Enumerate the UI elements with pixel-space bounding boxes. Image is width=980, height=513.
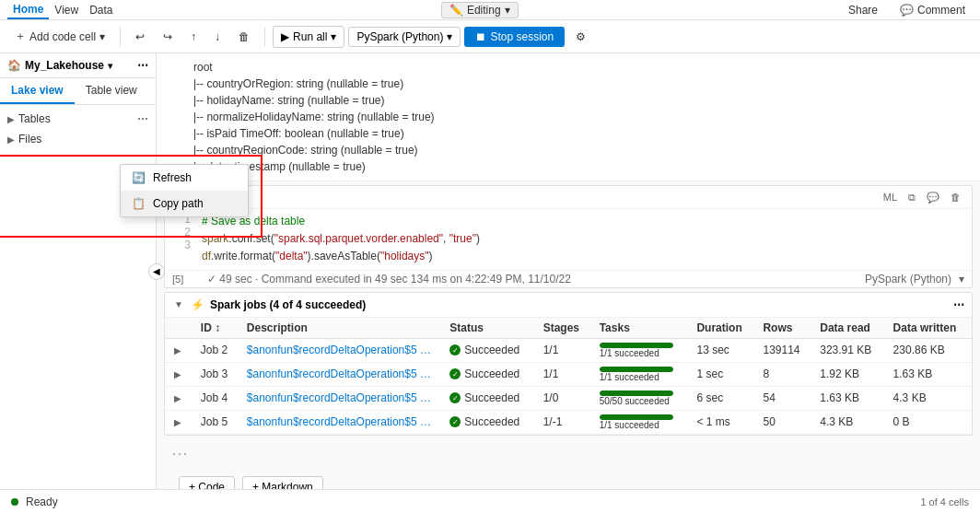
job-stages: 1/0 xyxy=(536,386,592,410)
job-status: ✓ Succeeded xyxy=(442,410,535,434)
spark-jobs-header: ▼ ⚡ Spark jobs (4 of 4 succeeded) ⋯ xyxy=(165,293,972,318)
status-dot xyxy=(11,498,18,506)
kernel-selector[interactable]: PySpark (Python) ▾ xyxy=(348,27,461,47)
job-id: Job 5 xyxy=(193,410,239,434)
code-cell-5: ▶ ▾ ML ⧉ 💬 🗑 1 2 3 # Save as delta table… xyxy=(164,185,973,288)
job-description[interactable]: $anonfun$recordDeltaOperation$5 at Synap… xyxy=(239,362,442,386)
tab-lake-view[interactable]: Lake view xyxy=(0,78,75,104)
plus-icon: ＋ xyxy=(15,29,26,44)
run-all-button[interactable]: ▶ Run all ▾ xyxy=(273,26,344,48)
line-num-2: 2 xyxy=(176,226,191,239)
lake-table-tabs: Lake view Table view xyxy=(0,78,156,105)
col-duration[interactable]: Duration xyxy=(689,318,755,339)
context-menu-refresh[interactable]: 🔄 Refresh xyxy=(121,165,248,191)
add-code-cell-button[interactable]: ＋ Add code cell ▾ xyxy=(7,25,112,48)
cell-tool-ml[interactable]: ML xyxy=(880,190,901,204)
col-data-written[interactable]: Data written xyxy=(886,318,972,339)
row-expand-btn[interactable]: ▶ xyxy=(172,345,183,356)
cell-count: 1 of 4 cells xyxy=(920,496,969,507)
status-text: Ready xyxy=(26,496,58,508)
sidebar-content: ▶ Tables ⋯ ▶ Files xyxy=(0,105,156,489)
job-data-read: 323.91 KB xyxy=(812,338,885,362)
success-icon: ✓ xyxy=(449,368,461,379)
job-description[interactable]: $anonfun$recordDeltaOperation$5 at Synap… xyxy=(239,386,442,410)
comment-icon: 💬 xyxy=(900,4,914,17)
job-rows: 54 xyxy=(755,386,812,410)
schema-output: root |-- countryOrRegion: string (nullab… xyxy=(157,53,980,181)
col-rows[interactable]: Rows xyxy=(755,318,812,339)
collapse-sidebar-button[interactable]: ◀ xyxy=(148,263,165,280)
code-lines[interactable]: # Save as delta table spark.conf.set("sp… xyxy=(202,213,972,266)
toolbar-separator-2 xyxy=(264,28,265,46)
cell-tool-comment[interactable]: 💬 xyxy=(923,190,943,205)
toolbar-separator xyxy=(120,28,121,46)
col-tasks[interactable]: Tasks xyxy=(592,318,690,339)
job-rows: 8 xyxy=(755,362,812,386)
success-icon: ✓ xyxy=(449,392,461,403)
stop-session-button[interactable]: ⏹ Stop session xyxy=(464,27,565,47)
col-id[interactable]: ID ↕ xyxy=(193,318,239,339)
redo-button[interactable]: ↪ xyxy=(156,27,180,47)
menu-home[interactable]: Home xyxy=(7,1,49,19)
move-down-button[interactable]: ↓ xyxy=(207,27,228,47)
context-menu-copy-path[interactable]: 📋 Copy path xyxy=(121,191,248,216)
context-menu: 🔄 Refresh 📋 Copy path xyxy=(120,164,249,217)
table-row: ▶ Job 4 $anonfun$recordDeltaOperation$5 … xyxy=(165,386,972,410)
move-up-button[interactable]: ↑ xyxy=(183,27,204,47)
cell-tool-delete[interactable]: 🗑 xyxy=(947,190,964,204)
status-label: Succeeded xyxy=(464,344,519,356)
settings-button[interactable]: ⚙ xyxy=(568,27,593,47)
tasks-text: 1/1 succeeded xyxy=(600,372,682,382)
chevron-down-icon: ▾ xyxy=(108,61,112,71)
more-cells-indicator: ⋯ xyxy=(157,439,980,467)
job-duration: 6 sec xyxy=(689,386,755,410)
copy-icon: 📋 xyxy=(132,197,146,210)
sidebar-label-tables: Tables xyxy=(18,112,51,125)
table-row: ▶ Job 2 $anonfun$recordDeltaOperation$5 … xyxy=(165,338,972,362)
sidebar-item-tables[interactable]: ▶ Tables ⋯ xyxy=(0,109,156,129)
job-tasks: 1/1 succeeded xyxy=(592,362,690,386)
spark-more-icon[interactable]: ⋯ xyxy=(953,298,964,311)
col-status[interactable]: Status xyxy=(442,318,535,339)
share-button[interactable]: Share xyxy=(841,0,885,20)
code-line-3: df.write.format("delta").saveAsTable("ho… xyxy=(202,248,972,265)
job-status: ✓ Succeeded xyxy=(442,338,535,362)
chevron-icon: ▾ xyxy=(447,30,452,43)
lakehouse-title: My_Lakehouse xyxy=(25,59,104,72)
job-duration: 13 sec xyxy=(689,338,755,362)
cell-toolbar: ▶ ▾ ML ⧉ 💬 🗑 xyxy=(165,186,972,209)
exec-info-text: ✓ 49 sec · Command executed in 49 sec 13… xyxy=(207,273,571,286)
job-stages: 1/1 xyxy=(536,338,592,362)
row-expand-btn[interactable]: ▶ xyxy=(172,417,183,427)
row-expand-btn[interactable]: ▶ xyxy=(172,369,183,379)
row-expand-btn[interactable]: ▶ xyxy=(172,393,183,403)
menu-data[interactable]: Data xyxy=(84,2,118,18)
undo-button[interactable]: ↩ xyxy=(128,27,152,47)
col-data-read[interactable]: Data read xyxy=(812,318,885,339)
sidebar-item-files[interactable]: ▶ Files xyxy=(0,129,156,149)
job-duration: 1 sec xyxy=(689,362,755,386)
job-description[interactable]: $anonfun$recordDeltaOperation$5 at Synap… xyxy=(239,410,442,434)
col-description[interactable]: Description xyxy=(239,318,442,339)
spark-jobs-collapse-btn[interactable]: ▼ xyxy=(172,299,185,309)
menu-view[interactable]: View xyxy=(49,2,84,18)
schema-line-1: |-- countryOrRegion: string (nullable = … xyxy=(193,76,965,92)
notebook-area: root |-- countryOrRegion: string (nullab… xyxy=(157,53,980,489)
lakehouse-icon: 🏠 xyxy=(7,59,21,72)
add-markdown-button[interactable]: + Markdown xyxy=(242,476,323,489)
code-content: 1 2 3 # Save as delta table spark.conf.s… xyxy=(165,209,972,270)
cell-tool-copy[interactable]: ⧉ xyxy=(904,190,919,205)
col-stages[interactable]: Stages xyxy=(536,318,592,339)
tab-table-view[interactable]: Table view xyxy=(75,78,148,104)
code-line-2: spark.conf.set("spark.sql.parquet.vorder… xyxy=(202,230,972,248)
code-line-1: # Save as delta table xyxy=(202,213,972,230)
add-code-button[interactable]: + Code xyxy=(179,476,235,489)
line-numbers: 1 2 3 xyxy=(165,213,202,266)
job-data-written: 4.3 KB xyxy=(886,386,972,410)
job-description[interactable]: $anonfun$recordDeltaOperation$5 at Synap… xyxy=(239,338,442,362)
delete-button[interactable]: 🗑 xyxy=(231,27,257,47)
job-data-read: 4.3 KB xyxy=(812,410,885,434)
more-icon-tables[interactable]: ⋯ xyxy=(137,112,148,125)
comment-button[interactable]: 💬 Comment xyxy=(892,0,973,20)
sidebar-header: 🏠 My_Lakehouse ▾ ⋯ xyxy=(0,53,156,78)
